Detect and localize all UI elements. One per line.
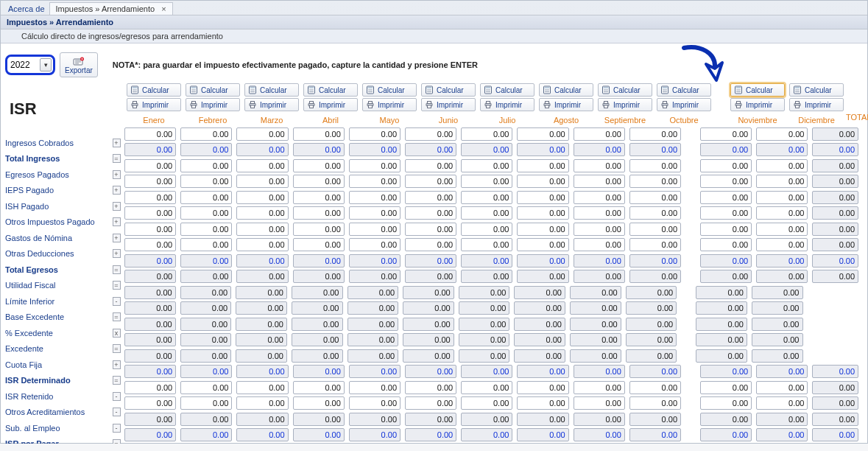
- imprimir-button-septiembre[interactable]: Imprimir: [598, 98, 652, 111]
- value-input[interactable]: 0.00: [629, 238, 681, 251]
- value-input[interactable]: 0.00: [293, 223, 345, 236]
- value-input[interactable]: 0.00: [405, 175, 456, 188]
- value-input[interactable]: 0.00: [756, 223, 808, 236]
- value-input[interactable]: 0.00: [461, 396, 512, 410]
- value-input[interactable]: 0.00: [756, 381, 808, 394]
- value-input[interactable]: 0.00: [293, 127, 345, 141]
- value-input[interactable]: 0.00: [349, 381, 401, 394]
- value-input[interactable]: 0.00: [756, 238, 808, 251]
- value-input[interactable]: 0.00: [574, 396, 625, 410]
- value-input[interactable]: 0.00: [461, 159, 512, 172]
- value-input[interactable]: 0.00: [756, 175, 808, 188]
- value-input[interactable]: 0.00: [517, 175, 568, 188]
- value-input[interactable]: 0.00: [124, 127, 176, 141]
- value-input[interactable]: 0.00: [574, 127, 625, 141]
- value-input[interactable]: 0.00: [124, 175, 176, 188]
- value-input[interactable]: 0.00: [461, 175, 512, 188]
- value-input[interactable]: 0.00: [349, 238, 401, 251]
- value-input[interactable]: 0.00: [574, 238, 625, 251]
- value-input[interactable]: 0.00: [517, 381, 568, 394]
- value-input[interactable]: 0.00: [517, 206, 568, 220]
- chevron-down-icon[interactable]: ▾: [40, 58, 52, 71]
- value-input[interactable]: 0.00: [405, 159, 456, 172]
- value-input[interactable]: 0.00: [349, 223, 401, 236]
- imprimir-button-agosto[interactable]: Imprimir: [539, 98, 593, 111]
- value-input[interactable]: 0.00: [517, 159, 568, 172]
- value-input[interactable]: 0.00: [180, 191, 232, 204]
- close-icon[interactable]: ×: [161, 4, 166, 13]
- value-input[interactable]: 0.00: [461, 381, 512, 394]
- value-input[interactable]: 0.00: [236, 159, 288, 172]
- value-input[interactable]: 0.00: [756, 191, 808, 204]
- imprimir-button-noviembre[interactable]: Imprimir: [730, 98, 785, 111]
- value-input[interactable]: 0.00: [180, 238, 232, 251]
- value-input[interactable]: 0.00: [349, 396, 401, 410]
- export-button[interactable]: Exportar: [60, 52, 98, 77]
- value-input[interactable]: 0.00: [349, 127, 401, 141]
- calcular-button-julio[interactable]: Calcular: [480, 83, 534, 97]
- value-input[interactable]: 0.00: [517, 238, 568, 251]
- calcular-button-marzo[interactable]: Calcular: [244, 83, 299, 97]
- value-input[interactable]: 0.00: [700, 175, 752, 188]
- value-input[interactable]: 0.00: [574, 175, 625, 188]
- value-input[interactable]: 0.00: [461, 238, 512, 251]
- calcular-button-junio[interactable]: Calcular: [421, 83, 476, 97]
- value-input[interactable]: 0.00: [405, 238, 456, 251]
- imprimir-button-julio[interactable]: Imprimir: [480, 98, 534, 111]
- value-input[interactable]: 0.00: [293, 175, 345, 188]
- value-input[interactable]: 0.00: [700, 191, 752, 204]
- value-input[interactable]: 0.00: [236, 175, 288, 188]
- value-input[interactable]: 0.00: [461, 191, 512, 204]
- imprimir-button-junio[interactable]: Imprimir: [421, 98, 476, 111]
- calcular-button-abril[interactable]: Calcular: [303, 83, 358, 97]
- value-input[interactable]: 0.00: [405, 127, 456, 141]
- value-input[interactable]: 0.00: [124, 396, 176, 410]
- tab-arrendamiento[interactable]: Impuestos » Arrendamiento ×: [49, 2, 173, 15]
- calcular-button-agosto[interactable]: Calcular: [539, 83, 593, 97]
- value-input[interactable]: 0.00: [629, 381, 681, 394]
- value-input[interactable]: 0.00: [756, 396, 808, 410]
- value-input[interactable]: 0.00: [349, 159, 401, 172]
- value-input[interactable]: 0.00: [405, 206, 456, 220]
- value-input[interactable]: 0.00: [700, 223, 752, 236]
- value-input[interactable]: 0.00: [236, 396, 288, 410]
- value-input[interactable]: 0.00: [574, 381, 625, 394]
- tab-about[interactable]: Acerca de: [4, 3, 49, 15]
- value-input[interactable]: 0.00: [756, 159, 808, 172]
- imprimir-button-enero[interactable]: Imprimir: [127, 98, 181, 111]
- value-input[interactable]: 0.00: [293, 206, 345, 220]
- value-input[interactable]: 0.00: [293, 159, 345, 172]
- value-input[interactable]: 0.00: [124, 381, 176, 394]
- value-input[interactable]: 0.00: [124, 223, 176, 236]
- value-input[interactable]: 0.00: [124, 238, 176, 251]
- value-input[interactable]: 0.00: [293, 396, 345, 410]
- value-input[interactable]: 0.00: [574, 223, 625, 236]
- value-input[interactable]: 0.00: [180, 381, 232, 394]
- imprimir-button-mayo[interactable]: Imprimir: [362, 98, 417, 111]
- value-input[interactable]: 0.00: [180, 206, 232, 220]
- value-input[interactable]: 0.00: [236, 238, 288, 251]
- calcular-button-septiembre[interactable]: Calcular: [598, 83, 652, 97]
- value-input[interactable]: 0.00: [293, 381, 345, 394]
- value-input[interactable]: 0.00: [236, 206, 288, 220]
- value-input[interactable]: 0.00: [700, 396, 752, 410]
- value-input[interactable]: 0.00: [461, 206, 512, 220]
- value-input[interactable]: 0.00: [629, 175, 681, 188]
- value-input[interactable]: 0.00: [236, 127, 288, 141]
- calcular-button-diciembre[interactable]: Calcular: [789, 83, 844, 97]
- value-input[interactable]: 0.00: [236, 381, 288, 394]
- value-input[interactable]: 0.00: [629, 191, 681, 204]
- value-input[interactable]: 0.00: [756, 127, 808, 141]
- calcular-button-noviembre[interactable]: Calcular: [730, 83, 785, 97]
- value-input[interactable]: 0.00: [124, 191, 176, 204]
- value-input[interactable]: 0.00: [517, 127, 568, 141]
- value-input[interactable]: 0.00: [700, 159, 752, 172]
- calcular-button-febrero[interactable]: Calcular: [186, 83, 240, 97]
- value-input[interactable]: 0.00: [180, 396, 232, 410]
- year-input[interactable]: [9, 58, 40, 71]
- value-input[interactable]: 0.00: [629, 223, 681, 236]
- value-input[interactable]: 0.00: [461, 223, 512, 236]
- value-input[interactable]: 0.00: [124, 159, 176, 172]
- value-input[interactable]: 0.00: [349, 206, 401, 220]
- value-input[interactable]: 0.00: [517, 396, 568, 410]
